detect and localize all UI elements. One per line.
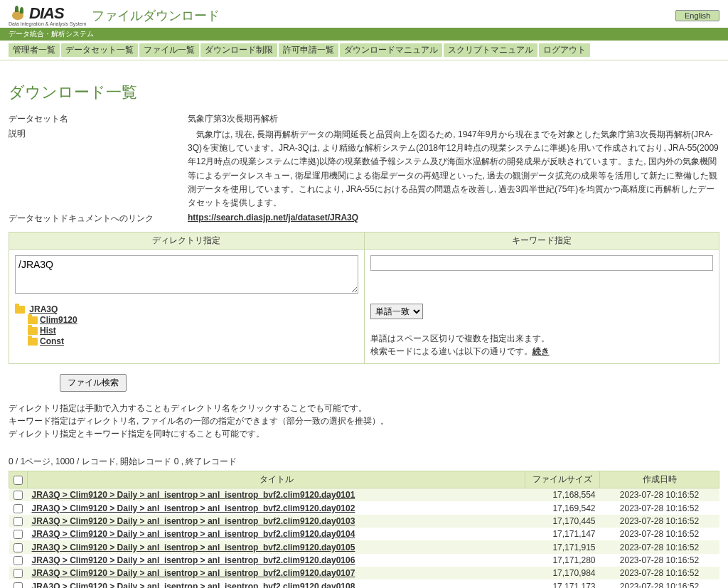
col-title-header: タイトル (28, 471, 525, 488)
nav-item-7[interactable]: ログアウト (539, 43, 590, 57)
tree-child-0[interactable]: Clim9120 (40, 315, 77, 325)
doclink[interactable]: https://search.diasjp.net/ja/dataset/JRA… (188, 213, 358, 223)
row-checkbox[interactable] (14, 504, 23, 513)
nav-item-2[interactable]: ファイル一覧 (139, 43, 199, 57)
keyword-input[interactable] (370, 255, 714, 271)
directory-input[interactable] (15, 255, 358, 294)
file-size: 17,171,280 (525, 554, 600, 567)
logo-icon (9, 6, 27, 21)
file-size: 17,170,984 (525, 567, 600, 579)
file-date: 2023-07-28 10:16:52 (600, 501, 719, 514)
directory-panel-title: ディレクトリ指定 (9, 232, 364, 250)
description-label: 説明 (9, 128, 188, 210)
nav-item-3[interactable]: ダウンロード制限 (200, 43, 277, 57)
file-link[interactable]: JRA3Q > Clim9120 > Daily > anl_isentrop … (32, 529, 355, 539)
table-row: JRA3Q > Clim9120 > Daily > anl_isentrop … (9, 567, 719, 579)
file-link[interactable]: JRA3Q > Clim9120 > Daily > anl_isentrop … (32, 516, 355, 526)
logo-subtitle: Data Integration & Analysis System (9, 21, 86, 26)
file-size: 17,169,542 (525, 501, 600, 514)
row-checkbox[interactable] (14, 491, 23, 500)
file-size: 17,171,173 (525, 579, 600, 588)
table-row: JRA3Q > Clim9120 > Daily > anl_isentrop … (9, 515, 719, 528)
file-link[interactable]: JRA3Q > Clim9120 > Daily > anl_isentrop … (32, 503, 355, 513)
search-notes: ディレクトリ指定は手動で入力することもディレクトリ名をクリックすることでも可能で… (9, 402, 719, 440)
col-check-header (9, 471, 28, 488)
nav-item-5[interactable]: ダウンロードマニュアル (340, 43, 442, 57)
file-size: 17,168,554 (525, 488, 600, 502)
table-row: JRA3Q > Clim9120 > Daily > anl_isentrop … (9, 579, 719, 588)
page-title: ダウンロード一覧 (9, 82, 719, 103)
tree-child-1[interactable]: Hist (40, 326, 56, 336)
dataset-name-value: 気象庁第3次長期再解析 (188, 113, 719, 125)
nav-item-1[interactable]: データセット一覧 (61, 43, 138, 57)
keyword-panel: キーワード指定 単語一致 単語はスペース区切りで複数を指定出来ます。 検索モード… (365, 232, 719, 363)
file-table: タイトル ファイルサイズ 作成日時 JRA3Q > Clim9120 > Dai… (9, 471, 719, 588)
main-nav: 管理者一覧データセット一覧ファイル一覧ダウンロード制限許可申請一覧ダウンロードマ… (0, 41, 728, 60)
row-checkbox[interactable] (14, 556, 23, 565)
row-checkbox[interactable] (14, 569, 23, 578)
row-checkbox[interactable] (14, 582, 23, 588)
keyword-help-more-link[interactable]: 続き (532, 346, 550, 356)
subheader: データ統合・解析システム (0, 28, 728, 41)
logo-text: DIAS (29, 4, 64, 23)
file-date: 2023-07-28 10:16:52 (600, 488, 719, 502)
folder-icon (28, 327, 38, 335)
keyword-help-2: 検索モードによる違いは以下の通りです。 (370, 346, 532, 356)
file-date: 2023-07-28 10:16:52 (600, 567, 719, 579)
keyword-match-select[interactable]: 単語一致 (370, 304, 423, 319)
file-date: 2023-07-28 10:16:52 (600, 528, 719, 540)
file-date: 2023-07-28 10:16:52 (600, 554, 719, 567)
dataset-name-label: データセット名 (9, 113, 188, 125)
col-date-header: 作成日時 (600, 471, 719, 488)
file-date: 2023-07-28 10:16:52 (600, 540, 719, 553)
nav-item-6[interactable]: スクリプトマニュアル (444, 43, 537, 57)
file-link[interactable]: JRA3Q > Clim9120 > Daily > anl_isentrop … (32, 582, 355, 588)
file-link[interactable]: JRA3Q > Clim9120 > Daily > anl_isentrop … (32, 555, 355, 565)
note-line: ディレクトリ指定は手動で入力することもディレクトリ名をクリックすることでも可能で… (9, 402, 719, 415)
table-row: JRA3Q > Clim9120 > Daily > anl_isentrop … (9, 501, 719, 514)
file-size: 17,171,915 (525, 540, 600, 553)
keyword-help-1: 単語はスペース区切りで複数を指定出来ます。 (370, 332, 714, 345)
folder-icon (28, 338, 38, 346)
description-value: 気象庁は, 現在, 長期再解析データの期間延長と品質向上を図るため, 1947年… (188, 128, 719, 210)
tree-child-2[interactable]: Const (40, 336, 64, 346)
file-search-button[interactable]: ファイル検索 (60, 374, 127, 392)
file-link[interactable]: JRA3Q > Clim9120 > Daily > anl_isentrop … (32, 568, 355, 578)
folder-icon (28, 316, 38, 324)
site-title: ファイルダウンロード (92, 7, 220, 24)
directory-panel: ディレクトリ指定 JRA3Q Clim9120HistConst (9, 232, 365, 363)
nav-item-4[interactable]: 許可申請一覧 (279, 43, 338, 57)
pager-info: 0 / 1ページ, 1000 / レコード, 開始レコード 0 , 終了レコード (9, 456, 719, 468)
table-row: JRA3Q > Clim9120 > Daily > anl_isentrop … (9, 554, 719, 567)
keyword-panel-title: キーワード指定 (365, 232, 719, 250)
table-row: JRA3Q > Clim9120 > Daily > anl_isentrop … (9, 540, 719, 553)
directory-tree: JRA3Q Clim9120HistConst (15, 304, 358, 346)
language-button[interactable]: English (675, 10, 719, 21)
row-checkbox[interactable] (14, 543, 23, 552)
table-row: JRA3Q > Clim9120 > Daily > anl_isentrop … (9, 528, 719, 540)
logo[interactable]: DIAS Data Integration & Analysis System (9, 4, 86, 26)
header: DIAS Data Integration & Analysis System … (0, 0, 728, 28)
nav-item-0[interactable]: 管理者一覧 (9, 43, 60, 57)
row-checkbox[interactable] (14, 517, 23, 526)
doclink-label: データセットドキュメントへのリンク (9, 213, 188, 225)
table-row: JRA3Q > Clim9120 > Daily > anl_isentrop … (9, 488, 719, 502)
folder-icon (15, 306, 25, 314)
file-size: 17,171,147 (525, 528, 600, 540)
file-date: 2023-07-28 10:16:52 (600, 579, 719, 588)
file-size: 17,170,445 (525, 515, 600, 528)
tree-root[interactable]: JRA3Q (29, 304, 58, 314)
note-line: ディレクトリ指定とキーワード指定を同時にすることも可能です。 (9, 427, 719, 440)
file-link[interactable]: JRA3Q > Clim9120 > Daily > anl_isentrop … (32, 542, 355, 552)
file-date: 2023-07-28 10:16:52 (600, 515, 719, 528)
note-line: キーワード指定はディレクトリ名, ファイル名の一部の指定ができます（部分一致の選… (9, 415, 719, 427)
col-size-header: ファイルサイズ (525, 471, 600, 488)
select-all-checkbox[interactable] (14, 476, 23, 485)
file-link[interactable]: JRA3Q > Clim9120 > Daily > anl_isentrop … (32, 490, 355, 500)
row-checkbox[interactable] (14, 530, 23, 539)
